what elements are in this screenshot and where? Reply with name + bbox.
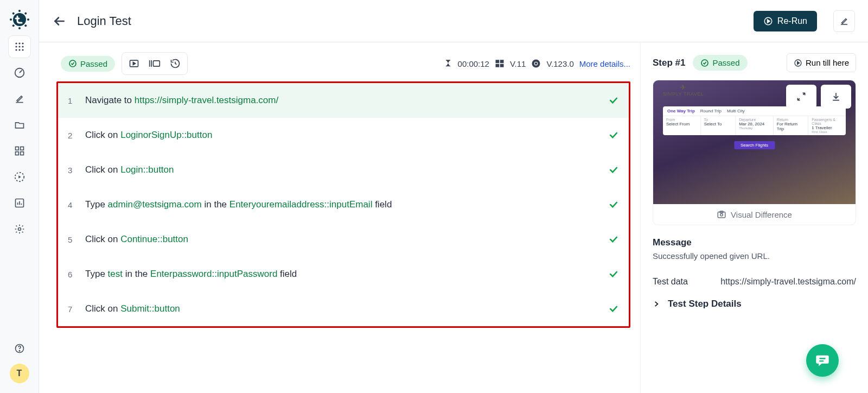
svg-rect-21 [15,152,18,155]
rerun-label: Re-Run [777,16,807,26]
page-title: Login Test [77,14,131,28]
screenshot-search-widget: One Way Trip Round Trip Multi City From … [663,106,846,135]
check-icon [608,303,619,314]
step-row[interactable]: 4Type admin@testsigma.com in the Enteryo… [58,187,629,222]
app-logo [8,8,31,31]
screenshot-card: SIMPLY TRAVEL One Way Trip [653,80,856,225]
svg-point-6 [24,12,27,15]
expand-screenshot-icon[interactable] [786,85,816,109]
test-data-row: Test data https://simply-travel.testsigm… [653,272,856,291]
test-step-details-label: Test Step Details [668,299,742,309]
svg-point-4 [27,18,29,21]
nav-grid-icon[interactable] [9,140,30,162]
trip-option-round: Round Trip [700,109,722,113]
step-row[interactable]: 6Type test in the Enterpassword::inputPa… [58,257,629,291]
sc-to-v: Select To [704,122,732,126]
step-number: 1 [68,96,76,105]
check-icon [608,130,619,141]
nav-reports-icon[interactable] [9,192,30,214]
sc-pax-sub: First Class [812,130,843,134]
avatar[interactable]: T [10,364,29,383]
sc-dep-sub: Thursday [739,126,770,130]
step-number: 2 [68,131,76,140]
step-text: Type admin@testsigma.com in the Enteryou… [85,199,599,210]
status-badge: Passed [61,56,115,72]
svg-rect-36 [154,61,160,66]
nav-folder-icon[interactable] [9,114,30,136]
message-body: Successfully opened given URL. [653,251,856,261]
trip-option-multi: Multi City [727,109,745,113]
more-details-link[interactable]: More details... [579,59,630,68]
svg-point-1 [18,10,21,12]
svg-rect-39 [495,64,499,67]
view-toggle-group [122,52,188,75]
windows-icon [495,59,505,68]
check-icon [608,234,619,245]
sc-search-button: Search Flights [734,141,775,149]
back-icon[interactable] [52,14,66,28]
results-toolbar: Passed [56,52,630,75]
check-icon [608,95,619,106]
sc-pax-h: Passengers & Class [812,118,843,125]
steps-highlighted-box: 1Navigate to https://simply-travel.tests… [56,81,630,328]
nav-help-icon[interactable] [9,338,30,359]
test-step-details-toggle[interactable]: Test Step Details [653,291,856,309]
sc-dep-v: Mar 28, 2024 [739,122,770,126]
sc-to-h: To [704,118,732,122]
download-screenshot-icon[interactable] [821,85,851,109]
svg-rect-37 [495,60,499,63]
step-row[interactable]: 1Navigate to https://simply-travel.tests… [58,83,629,118]
run-till-here-button[interactable]: Run till here [787,53,856,72]
svg-point-15 [22,46,23,47]
svg-point-16 [15,49,17,50]
chrome-icon [531,59,541,68]
svg-point-7 [12,24,14,27]
rerun-button[interactable]: Re-Run [754,11,817,31]
visual-difference-label: Visual Difference [731,210,792,219]
visual-difference-button[interactable]: Visual Difference [653,204,856,225]
step-row[interactable]: 7Click on Submit::button [58,291,629,326]
nav-edit-icon[interactable] [9,88,30,110]
test-data-value: https://simply-travel.testsigma.com/ [720,277,856,287]
svg-rect-49 [819,358,826,359]
status-text: Passed [80,59,107,68]
header-edit-button[interactable] [833,10,855,32]
svg-rect-22 [20,152,23,155]
step-number-heading: Step #1 [653,58,685,68]
step-status-badge: Passed [693,55,747,71]
nav-run-icon[interactable] [9,166,30,188]
check-icon [608,199,619,210]
nav-dashboard-icon[interactable] [9,62,30,84]
svg-point-13 [15,46,17,47]
run-till-label: Run till here [806,58,849,67]
svg-point-17 [18,49,20,50]
compare-view-icon[interactable] [145,55,164,72]
message-heading: Message [653,237,856,248]
svg-point-8 [24,24,27,27]
sc-pax-v: 1 Traveller [812,125,843,130]
step-status-text: Passed [712,58,739,67]
svg-point-28 [18,228,21,231]
play-view-icon[interactable] [124,55,144,72]
sc-ret-h: Return [777,118,805,122]
svg-rect-50 [819,360,824,362]
svg-point-43 [535,62,538,65]
step-number: 5 [68,235,76,244]
history-view-icon[interactable] [165,55,185,72]
nav-settings-icon[interactable] [9,218,30,240]
step-text: Click on Submit::button [85,303,599,314]
step-text: Click on Continue::button [85,234,599,245]
step-screenshot: SIMPLY TRAVEL One Way Trip [653,80,856,204]
test-data-heading: Test data [653,277,688,287]
chat-fab[interactable] [806,344,839,377]
step-row[interactable]: 5Click on Continue::button [58,222,629,257]
check-icon [608,269,619,280]
nav-apps-icon[interactable] [9,36,30,58]
svg-point-10 [15,42,17,44]
hourglass-icon [444,59,452,68]
step-row[interactable]: 3Click on Login::button [58,153,629,187]
step-row[interactable]: 2Click on LoginorSignUp::button [58,118,629,153]
svg-point-0 [13,13,26,26]
step-text: Click on LoginorSignUp::button [85,130,599,141]
svg-point-30 [19,351,20,351]
